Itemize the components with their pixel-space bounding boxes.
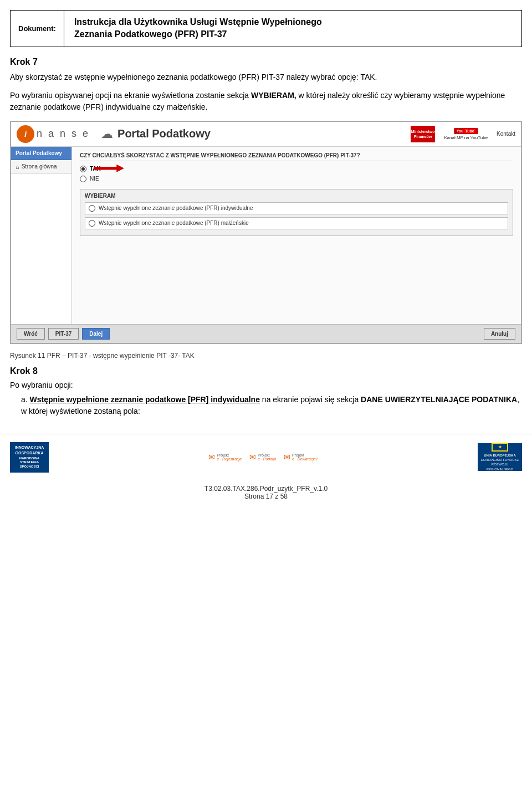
document-label: Dokument: xyxy=(11,11,64,47)
step8-sub: Po wybraniu opcji: xyxy=(10,381,522,389)
screenshot: i n a n s e ☁ Portal Podatkowy Ministers… xyxy=(10,121,522,344)
kontakt-label: Kontakt xyxy=(497,131,515,137)
tak-radio[interactable] xyxy=(80,166,86,172)
wybieram-title: WYBIERAM xyxy=(85,193,508,199)
youtube-box: You Tube Kanał MF na YouTube xyxy=(444,128,488,140)
envelope2-icon: ✉ xyxy=(249,453,256,462)
portal-right: Ministerstwo Finansów You Tube Kanał MF … xyxy=(411,126,515,142)
page-bottom: T3.02.03.TAX.286.Podr_uzytk_PFR_v.1.0 St… xyxy=(0,480,532,508)
logo-circle: i xyxy=(17,125,34,143)
pit37-button[interactable]: PIT-37 xyxy=(48,328,79,340)
portal-main: CZY CHCIAŁBYŚ SKORZYSTAĆ Z WSTĘPNIE WYPE… xyxy=(72,147,521,324)
nie-label: NIE xyxy=(90,176,99,182)
figure-caption: Rysunek 11 PFR – PIT-37 - wstępne wypełn… xyxy=(10,352,522,360)
cloud-icon: ☁ xyxy=(101,127,113,141)
sidebar-home[interactable]: ⌂ Strona główna xyxy=(11,160,71,174)
youtube-logo: You Tube xyxy=(454,128,478,134)
step8-heading: Krok 8 xyxy=(10,366,522,376)
portal-sidebar: Portal Podatkowy ⌂ Strona główna xyxy=(11,147,72,324)
innowacyjna-gospodarka-logo: INNOWACYJNA GOSPODARKA NARODOWA STRATEGI… xyxy=(10,442,49,473)
wroc-button[interactable]: Wróć xyxy=(17,328,45,340)
indywidualne-label: Wstępnie wypełnione zeznanie podatkowe (… xyxy=(99,205,253,211)
kanal-label: Kanał MF na YouTube xyxy=(444,135,488,140)
ig-box: INNOWACYJNA GOSPODARKA NARODOWA STRATEGI… xyxy=(10,442,49,473)
malzenskie-radio[interactable] xyxy=(89,220,95,227)
wybieram-section: WYBIERAM Wstępnie wypełnione zeznanie po… xyxy=(80,189,513,236)
portal-title: Portal Podatkowy xyxy=(117,127,211,140)
envelope3-icon: ✉ xyxy=(284,453,290,462)
footer-area: INNOWACYJNA GOSPODARKA NARODOWA STRATEGI… xyxy=(0,434,532,480)
step8-content: a. Wstępnie wypełnione zeznanie podatkow… xyxy=(21,394,522,417)
projekt-podatki-logo: ✉ Projekt e · Podatki xyxy=(249,453,276,462)
nie-radio-row[interactable]: NIE xyxy=(80,176,513,182)
projekt-deklaracje-logo: ✉ Projekt e · Deklaracje2 xyxy=(284,453,318,462)
option-indywidualne[interactable]: Wstępnie wypełnione zeznanie podatkowe (… xyxy=(85,202,508,214)
document-header: Dokument: Instrukcja dla Użytkownika Usł… xyxy=(10,10,522,47)
envelope-icon: ✉ xyxy=(208,453,215,462)
logo-text: n a n s e xyxy=(37,128,90,140)
portal-body: Portal Podatkowy ⌂ Strona główna CZY CHC… xyxy=(11,147,521,324)
nie-radio[interactable] xyxy=(80,176,86,182)
indywidualne-radio[interactable] xyxy=(89,205,95,212)
tak-arrow xyxy=(94,165,124,174)
option-malzenskie[interactable]: Wstępnie wypełnione zeznanie podatkowe (… xyxy=(85,217,508,229)
mf-logo: Ministerstwo Finansów xyxy=(411,126,435,142)
page-number: Strona 17 z 58 xyxy=(0,493,532,500)
portal-header: i n a n s e ☁ Portal Podatkowy Ministers… xyxy=(11,122,521,147)
sidebar-nav-item[interactable]: Portal Podatkowy xyxy=(11,147,71,160)
eu-logo: ★ UNIA EUROPEJSKA EUROPEJSKI FUNDUSZ ROZ… xyxy=(478,443,522,471)
footer-center-logos: ✉ Projekt e · Rejestracja ✉ Projekt e · … xyxy=(208,453,318,462)
projekt-rejestracja-logo: ✉ Projekt e · Rejestracja xyxy=(208,453,242,462)
home-icon: ⌂ xyxy=(16,163,19,170)
step7-paragraph1: Aby skorzystać ze wstępnie wypełnionego … xyxy=(10,71,522,83)
anuluj-button[interactable]: Anuluj xyxy=(484,328,515,340)
document-code: T3.02.03.TAX.286.Podr_uzytk_PFR_v.1.0 xyxy=(0,485,532,493)
step7-heading: Krok 7 xyxy=(10,57,522,67)
portal-logo: i n a n s e xyxy=(17,125,90,143)
malzenskie-label: Wstępnie wypełnione zeznanie podatkowe (… xyxy=(99,220,249,226)
tak-radio-row[interactable]: TAK xyxy=(80,166,513,172)
main-content: Krok 7 Aby skorzystać ze wstępnie wypełn… xyxy=(0,47,532,417)
step7-paragraph2: Po wybraniu opisywanej opcji na ekranie … xyxy=(10,90,522,113)
portal-footer: Wróć PIT-37 Dalej Anuluj xyxy=(11,324,521,343)
dalej-button[interactable]: Dalej xyxy=(82,328,110,340)
document-title: Instrukcja dla Użytkownika Usługi Wstępn… xyxy=(64,11,332,47)
question-label: CZY CHCIAŁBYŚ SKORZYSTAĆ Z WSTĘPNIE WYPE… xyxy=(80,152,513,161)
ministerstwo-label: Ministerstwo Finansów xyxy=(411,129,435,139)
portal-title-area: ☁ Portal Podatkowy xyxy=(101,127,211,141)
